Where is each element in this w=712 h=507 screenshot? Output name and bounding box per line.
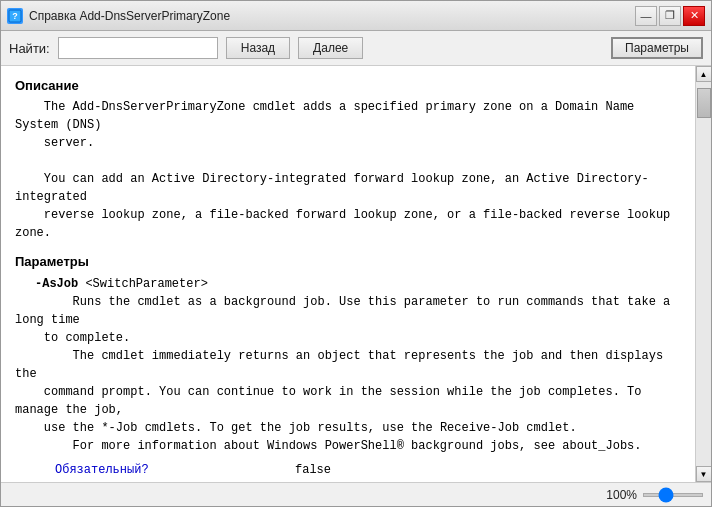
scroll-thumb[interactable] (697, 88, 711, 118)
asjob-param: -AsJob <SwitchParameter> (35, 275, 681, 293)
param-table: Обязательный? false Позиция? named Значе… (55, 461, 681, 482)
window-title: Справка Add-DnsServerPrimaryZone (29, 9, 230, 23)
restore-button[interactable]: ❐ (659, 6, 681, 26)
back-button[interactable]: Назад (226, 37, 290, 59)
minimize-button[interactable]: — (635, 6, 657, 26)
table-row: Обязательный? false (55, 461, 681, 479)
help-window: ? Справка Add-DnsServerPrimaryZone — ❐ ✕… (0, 0, 712, 507)
asjob-name: -AsJob (35, 277, 78, 291)
required-value: false (295, 461, 331, 479)
window-icon: ? (7, 8, 23, 24)
svg-text:?: ? (12, 11, 18, 21)
description-para2: You can add an Active Directory-integrat… (15, 170, 681, 242)
main-content: Описание The Add-DnsServerPrimaryZone cm… (1, 66, 695, 482)
find-label: Найти: (9, 41, 50, 56)
parameters-section: Параметры -AsJob <SwitchParameter> Runs … (15, 252, 681, 483)
close-button[interactable]: ✕ (683, 6, 705, 26)
scrollbar: ▲ ▼ (695, 66, 711, 482)
description-para1: The Add-DnsServerPrimaryZone cmdlet adds… (15, 98, 681, 152)
title-bar-left: ? Справка Add-DnsServerPrimaryZone (7, 8, 230, 24)
asjob-desc2: The cmdlet immediately returns an object… (15, 347, 681, 437)
status-bar: 100% (1, 482, 711, 506)
params-button[interactable]: Параметры (611, 37, 703, 59)
zoom-label: 100% (606, 488, 637, 502)
window-controls: — ❐ ✕ (635, 6, 705, 26)
required-label: Обязательный? (55, 461, 285, 479)
asjob-type: <SwitchParameter> (85, 277, 207, 291)
params-heading: Параметры (15, 252, 681, 272)
scroll-down-button[interactable]: ▼ (696, 466, 712, 482)
title-bar: ? Справка Add-DnsServerPrimaryZone — ❐ ✕ (1, 1, 711, 31)
content-area: Описание The Add-DnsServerPrimaryZone cm… (1, 66, 711, 482)
next-button[interactable]: Далее (298, 37, 363, 59)
asjob-desc3: For more information about Windows Power… (15, 437, 681, 455)
scroll-track[interactable] (696, 82, 712, 466)
scroll-up-button[interactable]: ▲ (696, 66, 712, 82)
search-input[interactable] (58, 37, 218, 59)
asjob-desc1: Runs the cmdlet as a background job. Use… (15, 293, 681, 347)
description-section: Описание The Add-DnsServerPrimaryZone cm… (15, 76, 681, 242)
search-toolbar: Найти: Назад Далее Параметры (1, 31, 711, 66)
description-heading: Описание (15, 76, 681, 96)
zoom-slider[interactable] (643, 493, 703, 497)
